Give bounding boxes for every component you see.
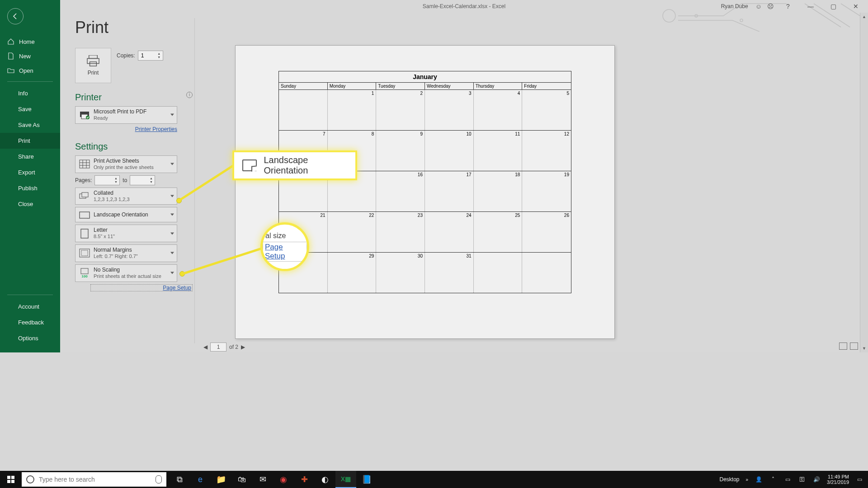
back-button[interactable] — [7, 8, 24, 24]
printer-properties-link[interactable]: Printer Properties — [75, 126, 177, 132]
margins-title: Normal Margins — [94, 247, 138, 253]
chevron-down-icon — [170, 252, 174, 254]
nav-account[interactable]: Account — [0, 299, 60, 314]
scaling-icon: 100 — [79, 267, 90, 278]
calendar-cell: 19 — [522, 171, 571, 211]
nav-open[interactable]: Open — [0, 63, 60, 78]
printer-select[interactable]: Microsoft Print to PDF Ready — [75, 106, 177, 124]
preview-page-nav: ◀ 1 of 2 ▶ — [203, 343, 245, 352]
edge-icon[interactable]: e — [190, 471, 211, 488]
toolbar-chevron-icon[interactable]: » — [746, 477, 749, 482]
page-total-label: of 2 — [229, 344, 238, 350]
title-bar: Samle-Excel-Calendar.xlsx - Excel Ryan D… — [60, 0, 868, 13]
calendar-cell: 31 — [425, 252, 474, 293]
prev-page-button[interactable]: ◀ — [203, 344, 208, 350]
copies-input[interactable]: 1 ▲▼ — [138, 51, 163, 61]
next-page-button[interactable]: ▶ — [241, 344, 245, 350]
happy-face-icon[interactable]: ☺ — [755, 3, 762, 10]
taskbar-clock[interactable]: 11:49 PM 3/21/2019 — [827, 474, 849, 485]
calendar-cell: 9 — [376, 130, 425, 171]
orientation-select[interactable]: Landscape Orientation — [75, 207, 177, 222]
action-center-icon[interactable]: ▭ — [855, 475, 863, 483]
calendar-cell: 24 — [425, 211, 474, 252]
mic-icon[interactable] — [156, 475, 162, 483]
current-page-input[interactable]: 1 — [210, 343, 226, 352]
page-from-input[interactable]: ▲▼ — [94, 175, 120, 185]
scroll-up-icon[interactable]: ▲ — [860, 13, 868, 21]
nav-print[interactable]: Print — [0, 133, 60, 149]
print-button[interactable]: Print — [75, 48, 111, 83]
nav-info[interactable]: Info — [0, 85, 60, 101]
nav-close[interactable]: Close — [0, 196, 60, 212]
volume-icon[interactable]: 🔊 — [812, 475, 821, 483]
store-icon[interactable]: 🛍 — [231, 471, 252, 488]
people-icon[interactable]: 👤 — [755, 475, 763, 483]
wifi-icon[interactable]: ⚿ — [798, 475, 806, 483]
vivaldi-icon[interactable]: ◉ — [273, 471, 294, 488]
svg-rect-3 — [89, 55, 98, 58]
folder-open-icon — [7, 67, 14, 74]
nav-new[interactable]: New — [0, 49, 60, 63]
nav-publish[interactable]: Publish — [0, 180, 60, 196]
paper-size-title: Letter — [94, 227, 115, 234]
page-title: Print — [75, 18, 193, 37]
printer-heading: Printer — [75, 92, 102, 103]
calendar-cell: 18 — [474, 171, 523, 211]
start-button[interactable] — [0, 471, 22, 488]
nav-label: Home — [19, 38, 35, 45]
battery-icon[interactable]: ▭ — [783, 475, 792, 483]
page-setup-magnifier: al size Page Setup — [260, 222, 309, 271]
calendar-cell — [474, 252, 523, 293]
chrome-icon[interactable]: ◐ — [315, 471, 335, 488]
show-margins-button[interactable] — [839, 343, 847, 350]
svg-rect-23 — [7, 476, 10, 479]
calendar-cell: 29 — [328, 252, 377, 293]
app-icon-2[interactable]: 📘 — [356, 471, 377, 488]
print-panel: Print Print Copies: 1 ▲▼ Printer i Micro… — [75, 18, 193, 294]
excel-taskbar-icon[interactable]: X▦ — [335, 471, 356, 488]
vertical-scrollbar[interactable]: ▲ ▼ — [860, 13, 868, 352]
file-explorer-icon[interactable]: 📁 — [211, 471, 231, 488]
close-window-button[interactable]: ✕ — [847, 2, 864, 11]
print-what-select[interactable]: Print Active Sheets Only print the activ… — [75, 155, 177, 173]
username-label[interactable]: Ryan Dube — [721, 3, 748, 9]
scaling-sub: Print sheets at their actual size — [94, 273, 161, 280]
collation-title: Collated — [94, 190, 130, 197]
nav-feedback[interactable]: Feedback — [0, 314, 60, 330]
sad-face-icon[interactable]: ☹ — [767, 3, 774, 10]
landscape-icon — [242, 160, 257, 171]
task-view-button[interactable]: ⧉ — [169, 471, 190, 488]
margins-sub: Left: 0.7" Right: 0.7" — [94, 253, 138, 260]
orientation-callout: Landscape Orientation — [232, 150, 357, 180]
page-setup-link[interactable]: Page Setup — [90, 284, 193, 291]
printer-icon — [86, 55, 100, 67]
margins-select[interactable]: Normal Margins Left: 0.7" Right: 0.7" — [75, 244, 177, 262]
restore-button[interactable]: ▢ — [825, 2, 842, 11]
collation-select[interactable]: Collated 1,2,3 1,2,3 1,2,3 — [75, 188, 177, 205]
mail-icon[interactable]: ✉ — [252, 471, 273, 488]
nav-label: New — [19, 53, 31, 60]
svg-point-2 — [740, 19, 743, 22]
taskbar-search[interactable] — [22, 472, 166, 487]
nav-share[interactable]: Share — [0, 149, 60, 164]
paper-size-select[interactable]: Letter 8.5" x 11" — [75, 225, 177, 242]
nav-save-as[interactable]: Save As — [0, 117, 60, 133]
help-button[interactable]: ? — [779, 2, 797, 11]
page-to-input[interactable]: ▲▼ — [130, 175, 155, 185]
nav-options[interactable]: Options — [0, 330, 60, 346]
minimize-button[interactable]: — — [802, 2, 819, 11]
search-input[interactable] — [39, 476, 138, 483]
scaling-select[interactable]: 100 No Scaling Print sheets at their act… — [75, 264, 177, 282]
app-icon[interactable]: ✚ — [294, 471, 315, 488]
nav-save[interactable]: Save — [0, 101, 60, 117]
zoom-to-page-button[interactable] — [850, 343, 858, 350]
tray-overflow-icon[interactable]: ˄ — [769, 475, 777, 483]
printer-info-icon[interactable]: i — [186, 92, 193, 98]
nav-home[interactable]: Home — [0, 34, 60, 49]
calendar-cell: 16 — [376, 171, 425, 211]
scroll-down-icon[interactable]: ▼ — [860, 344, 868, 352]
calendar-cell: 2 — [376, 89, 425, 130]
calendar-cell: 25 — [474, 211, 523, 252]
desktop-toolbar-label[interactable]: Desktop — [719, 476, 739, 483]
nav-export[interactable]: Export — [0, 164, 60, 180]
